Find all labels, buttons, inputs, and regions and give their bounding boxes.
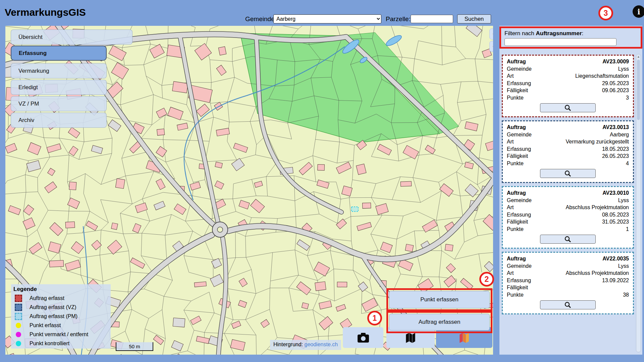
legend: Legende Auftrag erfasst Auftrag erfasst … bbox=[11, 284, 111, 349]
scale-label: 50 m bbox=[129, 344, 140, 349]
field-label: Gemeinde bbox=[507, 131, 532, 138]
legend-label: Punkt erfasst bbox=[30, 322, 61, 328]
tab-label: Vermarkung bbox=[18, 68, 49, 74]
search-icon bbox=[564, 104, 572, 112]
panel-scrollbar[interactable]: ▲ bbox=[636, 54, 641, 352]
order-gemeinde: Lyss bbox=[618, 197, 629, 204]
screenshot-button[interactable] bbox=[343, 327, 383, 348]
legend-item: Auftrag erfasst bbox=[13, 294, 111, 303]
order-punkte: 1 bbox=[626, 226, 629, 233]
order-search-button[interactable] bbox=[540, 169, 596, 178]
order-card: AuftragAV22.0035 GemeindeLyss ArtAbschlu… bbox=[502, 252, 634, 314]
sidebar-item-erfassung[interactable]: Erfassung bbox=[11, 46, 107, 61]
sidebar-item-archiv[interactable]: Archiv bbox=[11, 113, 107, 128]
field-label: Auftrag bbox=[507, 124, 526, 131]
field-label: Gemeinde bbox=[507, 65, 532, 73]
info-icon: i bbox=[637, 7, 640, 16]
order-faelligkeit: 31.05.2023 bbox=[602, 218, 629, 226]
legend-item: Punkt vermarkt / entfernt bbox=[13, 330, 111, 339]
field-label: Art bbox=[507, 269, 514, 277]
order-search-button[interactable] bbox=[540, 300, 596, 309]
map-container: Übersicht Erfassung Vermarkung Erledigt … bbox=[5, 26, 493, 355]
tab-label: Erledigt bbox=[18, 84, 38, 91]
legend-label: Punkt kontrolliert bbox=[30, 341, 69, 347]
filter-label-bold: Auftragsnummer bbox=[536, 30, 582, 37]
map-icon bbox=[405, 332, 417, 343]
search-icon bbox=[564, 236, 572, 243]
order-punkte: 38 bbox=[623, 291, 629, 299]
order-id: AV22.0035 bbox=[602, 255, 629, 262]
annotation-3-badge: 3 bbox=[598, 6, 613, 20]
order-art: Vermarkung zurückgestellt bbox=[566, 138, 629, 145]
order-art: Abschluss Projektmutation bbox=[566, 204, 629, 211]
auftrag-erfasst-pm-swatch bbox=[15, 313, 22, 320]
filter-label: Filtern nach Auftragsnummer: bbox=[504, 30, 637, 37]
field-label: Auftrag bbox=[507, 58, 526, 65]
punkt-erfasst-swatch bbox=[16, 323, 21, 328]
order-id: AV23.0009 bbox=[602, 58, 629, 65]
order-id: AV23.0010 bbox=[602, 189, 629, 197]
order-punkte: 3 bbox=[626, 94, 629, 102]
field-label: Auftrag bbox=[507, 255, 526, 262]
annotation-2-badge: 2 bbox=[479, 272, 494, 287]
camera-icon bbox=[357, 332, 370, 343]
field-label: Erfassung bbox=[507, 211, 531, 219]
sidebar-item-uebersicht[interactable]: Übersicht bbox=[11, 29, 132, 45]
order-faelligkeit: 26.05.2023 bbox=[602, 153, 629, 160]
order-erfassung: 08.05.2023 bbox=[602, 211, 629, 219]
order-erfassung: 29.05.2023 bbox=[602, 80, 629, 87]
field-label: Fälligkeit bbox=[507, 87, 528, 94]
order-id: AV23.0013 bbox=[602, 124, 629, 131]
order-erfassung: 18.05.2023 bbox=[602, 145, 629, 153]
legend-label: Auftrag erfasst (VZ) bbox=[30, 304, 76, 310]
search-icon bbox=[564, 301, 572, 309]
filter-label-prefix: Filtern nach bbox=[504, 30, 536, 37]
field-label: Erfassung bbox=[507, 145, 531, 153]
field-label: Art bbox=[507, 72, 514, 80]
auftrag-erfassen-button[interactable]: Auftrag erfassen bbox=[389, 314, 490, 330]
legend-item: Auftrag erfasst (PM) bbox=[13, 312, 111, 321]
scroll-up-icon[interactable]: ▲ bbox=[636, 54, 641, 59]
sidebar-item-erledigt[interactable]: Erledigt bbox=[11, 80, 107, 95]
order-search-button[interactable] bbox=[540, 235, 596, 244]
annotation-1-badge: 1 bbox=[367, 311, 382, 325]
scale-bar: 50 m bbox=[116, 342, 153, 351]
parzelle-label: Parzelle: bbox=[386, 15, 411, 23]
search-button[interactable]: Suchen bbox=[457, 14, 491, 23]
zoom-out-button[interactable]: − bbox=[489, 41, 493, 52]
legend-label: Auftrag erfasst bbox=[30, 295, 64, 301]
parzelle-input[interactable] bbox=[411, 15, 453, 23]
order-card: AuftragAV23.0010 GemeindeLyss ArtAbschlu… bbox=[502, 186, 634, 249]
legend-label: Punkt vermarkt / entfernt bbox=[30, 331, 88, 338]
orders-panel: Filtern nach Auftragsnummer: AuftragAV23… bbox=[499, 26, 642, 355]
order-erfassung: 13.09.2022 bbox=[602, 277, 629, 284]
tab-label: VZ / PM bbox=[18, 101, 39, 107]
legend-label: Auftrag erfasst (PM) bbox=[30, 313, 77, 319]
attribution-link[interactable]: geodienste.ch bbox=[305, 342, 338, 347]
punkt-erfassen-button[interactable]: Punkt erfassen bbox=[389, 291, 490, 308]
info-button[interactable]: i bbox=[633, 5, 644, 18]
order-faelligkeit: 09.06.2023 bbox=[602, 87, 629, 94]
sidebar-item-vermarkung[interactable]: Vermarkung bbox=[11, 63, 107, 78]
order-gemeinde: Lyss bbox=[618, 65, 629, 73]
filter-auftragsnummer-input[interactable] bbox=[504, 38, 616, 46]
order-search-button[interactable] bbox=[540, 103, 596, 112]
order-art: Abschluss Projektmutation bbox=[566, 269, 629, 277]
tab-label: Erfassung bbox=[19, 50, 47, 57]
search-icon bbox=[564, 170, 572, 177]
order-gemeinde: Lyss bbox=[618, 262, 629, 270]
gemeinde-select[interactable]: Aarberg bbox=[273, 14, 381, 23]
field-label: Punkte bbox=[507, 94, 524, 102]
punkt-vermarkt-swatch bbox=[16, 332, 21, 337]
filter-box: Filtern nach Auftragsnummer: bbox=[499, 26, 642, 49]
field-label: Gemeinde bbox=[507, 197, 532, 204]
sidebar-item-vz-pm[interactable]: VZ / PM bbox=[11, 96, 107, 111]
tab-label: Übersicht bbox=[18, 34, 43, 41]
field-label: Art bbox=[507, 138, 514, 145]
tab-label: Archiv bbox=[18, 117, 34, 124]
scrollbar-thumb[interactable] bbox=[637, 60, 640, 120]
zoom-in-button[interactable]: + bbox=[489, 28, 493, 40]
auftrag-erfasst-vz-swatch bbox=[15, 304, 22, 311]
auftrag-erfasst-swatch bbox=[15, 295, 22, 302]
attribution-label: Hintergrund: bbox=[273, 342, 303, 347]
